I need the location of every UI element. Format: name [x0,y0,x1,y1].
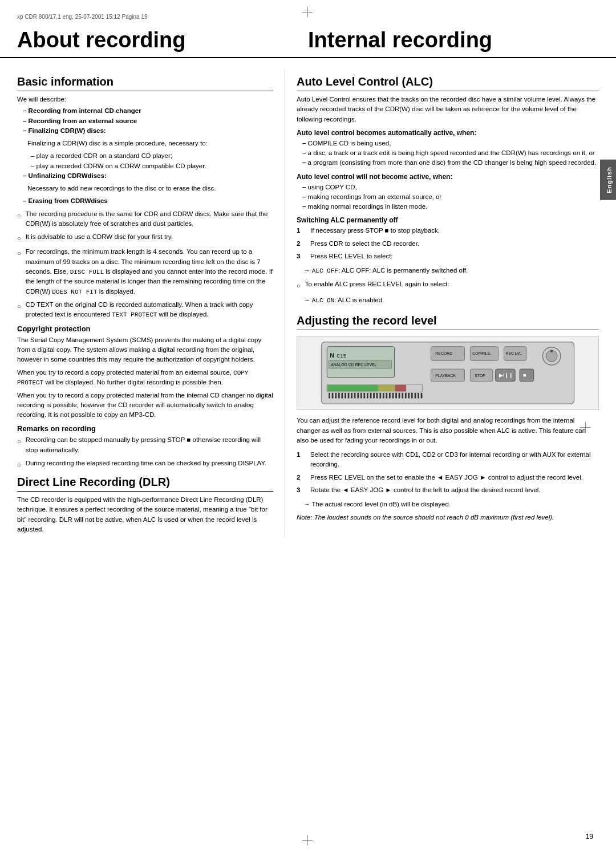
title-about: About recording [17,28,308,52]
circle-item-text: CD TEXT on the original CD is recorded a… [26,300,273,320]
copyright-para3: When you try to record a copy protected … [17,391,273,420]
alc-switching-arrow: ALC OFF: ALC OFF: ALC is permanently swi… [297,266,599,276]
svg-rect-9 [395,385,406,392]
step-text: Press CDR to select the CD recorder. [310,239,419,249]
page-titles: About recording Internal recording [0,28,616,58]
alc-active-list: COMPILE CD is being used, a disc, a trac… [297,139,599,168]
step-text: Press REC LEVEL to select: [310,251,393,261]
alc-circle-arrow: ALC ON: ALC is enabled. [297,295,599,306]
step-text: Rotate the ◄ EASY JOG ► control to the l… [310,485,541,495]
title-internal: Internal recording [308,28,599,52]
list-item: Recording from internal CD changer [23,106,273,116]
svg-rect-7 [327,385,378,392]
page-number: 19 [586,833,593,841]
list-item: CD TEXT on the original CD is recorded a… [17,300,273,320]
record-level-steps: 1 Select the recording source with CD1, … [297,450,599,495]
svg-rect-26 [520,369,534,382]
record-level-heading: Adjusting the record level [297,314,599,330]
alc-circle-text: To enable ALC press REC LEVEL again to s… [305,279,449,291]
finalizing-sub-1: play a recorded CDRW on a CDRW compatibl… [23,161,273,171]
alc-switching-steps: 1 If necessary press STOP ■ to stop play… [297,226,599,261]
dlr-section: Direct Line Recording (DLR) The CD recor… [17,476,273,534]
list-item: Recording from an external source [23,116,273,126]
alc-section: Auto Level Control (ALC) Auto Level Cont… [297,75,599,305]
basic-info-list3: Erasing from CDRWdiscs [17,196,273,206]
list-item: 1 Select the recording source with CD1, … [297,450,599,470]
step-num: 3 [297,485,305,495]
remark-item-text: During recording the elapsed recording t… [26,459,266,470]
basic-info-section: Basic information We will describe: Reco… [17,75,273,206]
copyright-section: Copyright protection The Serial Copy Man… [17,324,273,420]
finalizing-note: Finalizing a CDR(W) disc is a simple pro… [17,139,273,148]
alc-not-active-heading: Auto level control will not become activ… [297,173,599,181]
circle-item-text: For recordings, the minimum track length… [26,247,273,297]
step-num: 2 [297,473,305,482]
record-level-step3-arrow: The actual record level (in dB) will be … [297,500,599,509]
list-item: 2 Press CDR to select the CD recorder. [297,239,599,249]
record-level-section: Adjusting the record level N C15 ANALOG … [297,314,599,522]
basic-info-list: Recording from internal CD changer Recor… [17,106,273,136]
circle-item-text: It is advisable to use a CDRW disc for y… [26,232,173,244]
list-item: a disc, a track or a track edit is being… [302,148,599,158]
list-item: Unfinalizing CDRWdiscs: [23,171,273,181]
step-num: 1 [297,450,305,470]
record-level-para: You can adjust the reference record leve… [297,416,599,445]
svg-text:PLAYBACK: PLAYBACK [435,374,456,378]
list-item: For recordings, the minimum track length… [17,247,273,297]
list-item: a program (consisting from more than one… [302,158,599,168]
svg-text:RECORD: RECORD [435,352,452,356]
step-text: Press REC LEVEL on the set to enable the… [310,473,583,482]
list-item: 3 Press REC LEVEL to select: [297,251,599,261]
svg-text:▐▐▐▐▐▐▐▐▐▐▐▐▐▐▐▐▐▐▐▐▐▐▐▐▐▐▐▐▐▐: ▐▐▐▐▐▐▐▐▐▐▐▐▐▐▐▐▐▐▐▐▐▐▐▐▐▐▐▐▐▐ [327,393,422,399]
copyright-para2: When you try to record a copy protected … [17,368,273,388]
dlr-heading: Direct Line Recording (DLR) [17,476,273,492]
crosshair-right-middle [580,422,590,432]
basic-info-heading: Basic information [17,75,273,91]
copyright-heading: Copyright protection [17,324,273,333]
content-area: Basic information We will describe: Reco… [0,70,616,537]
svg-text:ANALOG CD REC LEVEL: ANALOG CD REC LEVEL [331,363,376,367]
circle-list: The recording procedure is the same for … [17,209,273,320]
list-item: Recording can be stopped manually by pre… [17,435,273,455]
right-column: Auto Level Control (ALC) Auto Level Cont… [285,70,610,537]
remarks-heading: Remarks on recording [17,424,273,433]
list-item: 1 If necessary press STOP ■ to stop play… [297,226,599,236]
dlr-para: The CD recorder is equipped with the hig… [17,495,273,534]
list-item: COMPILE CD is being used, [302,139,599,148]
bullet [17,460,21,470]
svg-text:COMPILE: COMPILE [472,352,490,356]
device-image: N C15 ANALOG CD REC LEVEL ▐▐▐▐▐▐▐▐▐▐▐▐▐▐… [297,336,599,410]
step-num: 1 [297,226,305,236]
list-item: It is advisable to use a CDRW disc for y… [17,232,273,244]
remark-item-text: Recording can be stopped manually by pre… [26,435,273,455]
step-text: If necessary press STOP ■ to stop playba… [310,226,440,236]
bullet [17,234,21,244]
page: xp CDR 800/17.1 eng. 25-07-2001 15:12 Pa… [0,0,616,852]
svg-text:N: N [330,352,334,359]
describe-label: We will describe: [17,95,273,104]
svg-rect-8 [378,385,395,392]
bullet [297,281,301,291]
list-item: using COPY CD, [302,182,599,192]
list-item: Finalizing CDR(W) discs: [23,126,273,136]
svg-text:■: ■ [523,372,526,378]
list-item: The recording procedure is the same for … [17,209,273,229]
list-item: 2 Press REC LEVEL on the set to enable t… [297,473,599,482]
bullet [17,437,21,455]
unfinalizing-note: Necessary to add new recordings to the d… [17,184,273,193]
copyright-para1: The Serial Copy Management System (SCMS)… [17,335,273,365]
list-item: During recording the elapsed recording t… [17,459,273,470]
bullet [17,249,21,297]
left-column: Basic information We will describe: Reco… [6,70,285,537]
alc-not-active-list: using COPY CD, making recordings from an… [297,182,599,212]
bullet [17,211,21,229]
svg-point-19 [550,350,553,352]
finalizing-sub-0: play a recorded CDR on a standard CD pla… [23,151,273,161]
remarks-list: Recording can be stopped manually by pre… [17,435,273,470]
list-item: 3 Rotate the ◄ EASY JOG ► control to the… [297,485,599,495]
basic-info-list2: Unfinalizing CDRWdiscs: [17,171,273,181]
list-item: Erasing from CDRWdiscs [23,196,273,206]
alc-heading: Auto Level Control (ALC) [297,75,599,91]
svg-text:STOP: STOP [475,374,485,378]
step-num: 2 [297,239,305,249]
